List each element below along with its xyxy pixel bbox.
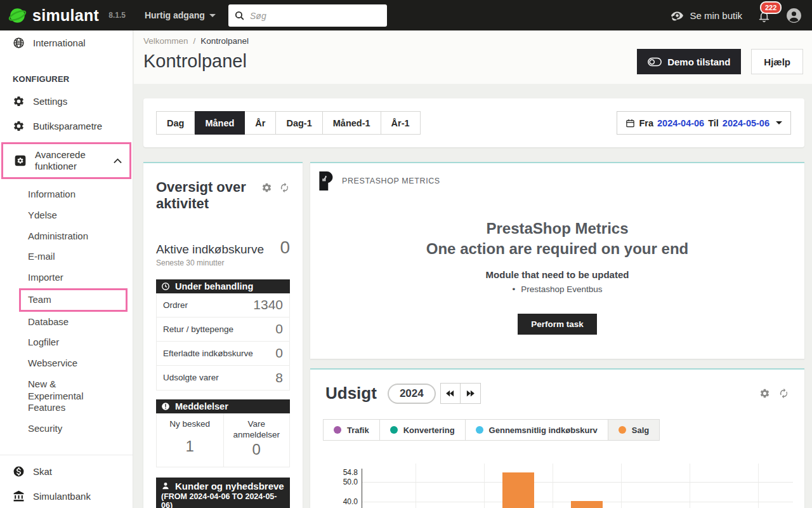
quick-access-menu[interactable]: Hurtig adgang <box>145 10 216 20</box>
sales-bar-chart: 54.850.040.0 <box>310 457 804 508</box>
demo-mode-label: Demo tilstand <box>667 57 730 67</box>
perform-task-button[interactable]: Perform task <box>518 314 597 335</box>
page-title: Kontrolpanel <box>143 51 247 72</box>
version-label: 8.1.5 <box>108 11 126 20</box>
date-from-label: Fra <box>639 118 653 128</box>
submenu-item-information[interactable]: Information <box>0 184 133 205</box>
stat-row-out-of-stock[interactable]: Udsolgte varer 8 <box>157 366 289 390</box>
date-to-value: 2024-05-06 <box>723 118 769 128</box>
notifications-section-header: Meddelelser <box>156 399 290 413</box>
range-button-month-1[interactable]: Måned-1 <box>323 111 381 135</box>
topbar: simulant 8.1.5 Hurtig adgang Se min buti… <box>0 0 812 30</box>
brand-name: simulant <box>32 6 99 25</box>
sidebar-item-international[interactable]: International <box>0 30 133 55</box>
notifications-button[interactable]: 222 <box>757 10 771 23</box>
submenu-item-ydelse[interactable]: Ydelse <box>0 205 133 226</box>
topbar-right: Se min butik 222 <box>671 0 812 30</box>
metrics-module-item: Prestashop Eventbus <box>310 284 804 294</box>
range-button-day[interactable]: Dag <box>156 111 195 135</box>
help-button[interactable]: Hjælp <box>751 49 803 74</box>
y-axis-line <box>362 469 362 508</box>
simulant-logo-icon <box>8 6 27 25</box>
breadcrumb: Velkommen / Kontrolpanel <box>143 36 249 46</box>
quick-access-label: Hurtig adgang <box>145 10 205 20</box>
sidebar: International KONFIGURER Settings Butiks… <box>0 30 133 508</box>
chart-legend: Trafik Konvertering Gennemsnitlig indkøb… <box>323 419 804 441</box>
stat-row-abandoned-carts[interactable]: Efterladte indkøbskurve 0 <box>157 342 289 366</box>
legend-tab-konvertering[interactable]: Konvertering <box>380 419 466 441</box>
sidebar-item-tax[interactable]: Skat <box>0 459 133 484</box>
year-badge[interactable]: 2024 <box>388 384 436 404</box>
next-year-button[interactable] <box>461 383 481 404</box>
sidebar-section-konfigurer: KONFIGURER <box>0 55 133 89</box>
forecast-panel: Udsigt 2024 Trafik Konvertering <box>310 368 804 508</box>
sidebar-item-label: Skat <box>33 466 52 477</box>
sidebar-item-shop-parameters[interactable]: Butiksparametre <box>0 114 133 138</box>
submenu-item-logfiler[interactable]: Logfiler <box>0 332 133 353</box>
gridline-horizontal <box>362 482 793 483</box>
submenu-item-database[interactable]: Database <box>0 312 133 333</box>
prestashop-metrics-logo-icon <box>319 171 334 190</box>
notif-cell-product-reviews[interactable]: Vare anmeldelser 0 <box>223 413 290 467</box>
range-button-year[interactable]: År <box>245 111 276 135</box>
legend-tab-trafik[interactable]: Trafik <box>323 419 380 441</box>
customers-section-header: Kunder og nyhedsbreve (FROM 2024-04-06 T… <box>156 478 290 508</box>
sidebar-item-settings[interactable]: Settings <box>0 89 133 114</box>
globe-icon <box>13 37 25 49</box>
breadcrumb-current[interactable]: Kontrolpanel <box>200 36 249 46</box>
stat-row-returns[interactable]: Retur / byttepenge 0 <box>157 318 289 342</box>
stat-row-orders[interactable]: Ordrer 1340 <box>157 293 289 318</box>
account-menu-button[interactable] <box>786 8 802 23</box>
search-input[interactable] <box>250 11 381 21</box>
bank-icon <box>13 490 25 502</box>
sidebar-item-simulantbank[interactable]: Simulantbank <box>0 484 133 508</box>
submenu-item-security[interactable]: Security <box>0 418 133 439</box>
view-shop-link[interactable]: Se min butik <box>671 9 742 22</box>
refresh-icon[interactable] <box>778 388 789 399</box>
sidebar-item-advanced-features[interactable]: Avancerede funktioner <box>3 144 129 177</box>
notif-cell-new-message[interactable]: Ny besked 1 <box>157 413 223 467</box>
previous-year-button[interactable] <box>440 383 461 404</box>
sidebar-item-label: International <box>33 37 86 48</box>
y-axis-tick-label: 54.8 <box>332 468 358 477</box>
notification-cells: Ny besked 1 Vare anmeldelser 0 <box>156 413 290 467</box>
activity-panel-title: Oversigt over aktivitet <box>156 179 259 212</box>
range-button-month[interactable]: Måned <box>195 111 245 135</box>
notification-badge: 222 <box>760 1 782 14</box>
refresh-icon[interactable] <box>279 182 290 212</box>
date-range-picker[interactable]: Fra 2024-04-06 Til 2024-05-06 <box>617 111 791 135</box>
date-range-toolbar: Dag Måned År Dag-1 Måned-1 År-1 Fra 2024… <box>143 98 804 147</box>
range-button-group: Dag Måned År Dag-1 Måned-1 År-1 <box>156 111 421 135</box>
toggle-icon <box>648 57 662 67</box>
submenu-item-importer[interactable]: Importer <box>0 267 133 288</box>
demo-mode-button[interactable]: Demo tilstand <box>637 49 741 74</box>
gear-icon[interactable] <box>261 182 272 212</box>
view-shop-label: Se min butik <box>690 10 742 21</box>
chevron-down-icon <box>776 121 782 124</box>
date-to-label: Til <box>708 118 719 128</box>
legend-tab-salg[interactable]: Salg <box>608 419 660 441</box>
breadcrumb-parent[interactable]: Velkommen <box>143 36 188 46</box>
submenu-item-webservice[interactable]: Webservice <box>0 353 133 374</box>
chevron-up-icon <box>114 158 122 164</box>
activity-overview-panel: Oversigt over aktivitet Aktive indkøbsku… <box>143 162 303 508</box>
gear-icon[interactable] <box>759 388 770 399</box>
advanced-features-submenu: Information Ydelse Administration E-mail… <box>0 179 133 447</box>
submenu-item-new-experimental[interactable]: New & Experimental Features <box>0 374 117 418</box>
submenu-item-email[interactable]: E-mail <box>0 246 133 267</box>
range-button-day-1[interactable]: Dag-1 <box>276 111 322 135</box>
processing-section-header: Under behandling <box>156 279 290 293</box>
range-button-year-1[interactable]: År-1 <box>381 111 421 135</box>
submenu-item-team[interactable]: Team <box>21 290 126 310</box>
y-axis-tick-label: 40.0 <box>332 497 358 506</box>
legend-dot-salg <box>619 426 626 434</box>
legend-tab-gennemsnitlig-indkobskurv[interactable]: Gennemsnitlig indkøbskurv <box>466 419 608 441</box>
sidebar-item-label: Simulantbank <box>33 491 91 502</box>
legend-dot-konvertering <box>390 426 398 434</box>
sidebar-divider <box>0 455 133 455</box>
brand-logo-link[interactable]: simulant <box>0 6 99 25</box>
search-box[interactable] <box>228 4 387 27</box>
active-carts-label: Aktive indkøbskurve <box>156 243 264 257</box>
submenu-item-administration[interactable]: Administration <box>0 226 133 247</box>
chevron-down-icon <box>209 14 216 17</box>
